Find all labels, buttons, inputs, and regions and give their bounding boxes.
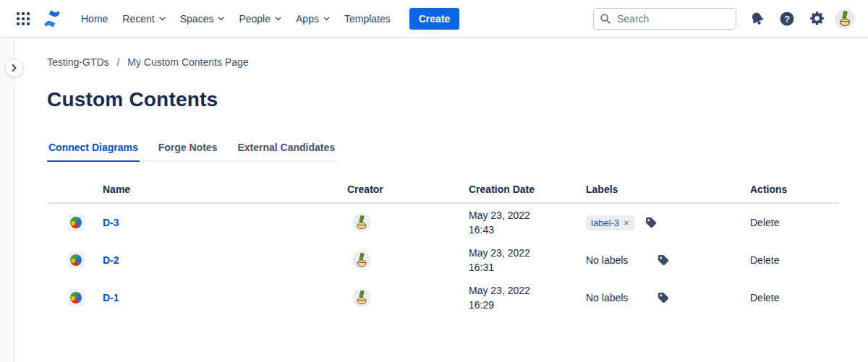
tab-bar: Connect Diagrams Forge Notes External Ca… xyxy=(47,142,338,162)
creation-date: May 23, 2022 16:31 xyxy=(469,246,586,275)
search-icon xyxy=(600,13,611,27)
tab-external-candidates[interactable]: External Candidates xyxy=(236,142,336,160)
creator-avatar[interactable] xyxy=(352,251,371,270)
column-header-creator: Creator xyxy=(347,184,469,195)
table-header-row: Name Creator Creation Date Labels Action… xyxy=(47,176,839,204)
breadcrumb: Testing-GTDs / My Custom Contents Page xyxy=(47,56,868,68)
chevron-right-icon xyxy=(12,64,17,72)
creation-date: May 23, 2022 16:29 xyxy=(469,283,586,312)
add-label-tag-icon[interactable] xyxy=(657,254,670,267)
delete-button[interactable]: Delete xyxy=(750,217,839,228)
page-content: Testing-GTDs / My Custom Contents Page C… xyxy=(15,38,868,316)
settings-gear-icon[interactable] xyxy=(805,7,828,30)
nav-item-apps[interactable]: Apps xyxy=(289,9,337,29)
global-nav: Home Recent Spaces People Apps Templates… xyxy=(0,0,868,38)
confluence-logo-icon[interactable] xyxy=(41,7,64,30)
delete-button[interactable]: Delete xyxy=(750,292,839,303)
notifications-bell-icon[interactable] xyxy=(746,7,769,30)
global-search xyxy=(593,8,736,30)
table-row: D-3 May 23, 2022 16:43 label-3 × xyxy=(47,204,839,241)
content-name-link[interactable]: D-3 xyxy=(103,217,347,228)
delete-button[interactable]: Delete xyxy=(750,254,839,266)
column-header-creation-date: Creation Date xyxy=(469,184,586,195)
label-chip-link[interactable]: label-3 xyxy=(591,217,619,228)
breadcrumb-separator: / xyxy=(116,56,119,68)
breadcrumb-space-link[interactable]: Testing-GTDs xyxy=(47,56,109,68)
page-title: Custom Contents xyxy=(47,88,868,111)
chevron-down-icon xyxy=(275,17,281,21)
chevron-down-icon xyxy=(323,17,330,21)
nav-item-label: Spaces xyxy=(180,13,214,25)
svg-text:?: ? xyxy=(784,14,790,24)
nav-item-home[interactable]: Home xyxy=(74,9,115,29)
no-labels-text: No labels xyxy=(586,254,628,266)
nav-item-recent[interactable]: Recent xyxy=(115,9,172,29)
primary-nav: Home Recent Spaces People Apps Templates xyxy=(74,9,398,29)
nav-utility-icons: ? xyxy=(746,7,855,30)
creator-avatar[interactable] xyxy=(352,288,371,307)
user-avatar[interactable] xyxy=(835,9,855,29)
table-row: D-2 May 23, 2022 16:31 No labels xyxy=(47,241,839,279)
nav-item-templates[interactable]: Templates xyxy=(337,9,398,29)
collapsed-sidebar-rail xyxy=(0,38,14,362)
tab-forge-notes[interactable]: Forge Notes xyxy=(157,142,219,160)
nav-item-spaces[interactable]: Spaces xyxy=(173,9,232,29)
nav-item-label: Home xyxy=(81,13,108,25)
column-header-actions: Actions xyxy=(750,184,839,195)
search-input[interactable] xyxy=(593,8,736,30)
label-chip: label-3 × xyxy=(586,215,634,230)
column-header-name: Name xyxy=(103,184,347,195)
diagram-type-icon xyxy=(67,214,85,231)
nav-item-label: Templates xyxy=(344,13,391,25)
chevron-down-icon xyxy=(159,17,166,21)
content-name-link[interactable]: D-1 xyxy=(103,292,347,303)
add-label-tag-icon[interactable] xyxy=(644,216,658,229)
diagram-type-icon xyxy=(67,251,85,269)
nav-item-label: People xyxy=(239,13,271,25)
label-remove-icon[interactable]: × xyxy=(624,217,629,228)
nav-item-people[interactable]: People xyxy=(231,9,289,29)
content-name-link[interactable]: D-2 xyxy=(103,254,347,266)
table-row: D-1 May 23, 2022 16:29 No labels xyxy=(47,279,839,316)
breadcrumb-page-link[interactable]: My Custom Contents Page xyxy=(127,56,248,68)
nav-item-label: Apps xyxy=(296,13,319,25)
creator-avatar[interactable] xyxy=(352,213,371,232)
creation-date: May 23, 2022 16:43 xyxy=(469,208,586,237)
diagram-type-icon xyxy=(67,289,85,306)
add-label-tag-icon[interactable] xyxy=(657,291,670,304)
create-button[interactable]: Create xyxy=(409,8,460,30)
column-header-labels: Labels xyxy=(586,184,750,195)
no-labels-text: No labels xyxy=(586,292,628,303)
sidebar-expand-button[interactable] xyxy=(5,59,24,77)
nav-item-label: Recent xyxy=(122,13,154,25)
custom-contents-table: Name Creator Creation Date Labels Action… xyxy=(47,176,839,316)
help-icon[interactable]: ? xyxy=(775,7,799,30)
tab-connect-diagrams[interactable]: Connect Diagrams xyxy=(47,142,140,160)
chevron-down-icon xyxy=(218,17,224,21)
app-switcher-icon[interactable] xyxy=(12,7,35,30)
